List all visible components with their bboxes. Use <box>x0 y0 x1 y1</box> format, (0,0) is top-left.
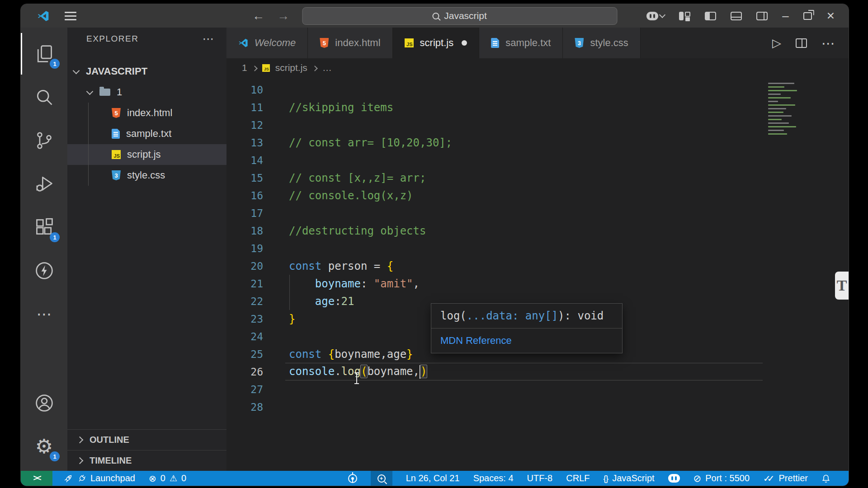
modified-dot-icon[interactable] <box>462 40 467 46</box>
activity-search[interactable] <box>21 75 67 119</box>
launchpad-item[interactable]: Launchpad <box>63 473 135 483</box>
tab-label: index.html <box>335 37 380 49</box>
split-editor-icon[interactable] <box>796 38 807 48</box>
tree-item-script.js[interactable]: JSscript.js <box>67 144 226 165</box>
tab-index.html[interactable]: 5index.html <box>308 28 392 58</box>
prettier-item[interactable]: Prettier <box>763 473 808 484</box>
code-line-20[interactable]: 20const person = { <box>226 257 849 275</box>
timeline-section[interactable]: TIMELINE <box>67 450 226 471</box>
code-line-10[interactable]: 10 <box>226 81 849 99</box>
command-center-search[interactable]: Javascript <box>302 7 617 25</box>
tab-label: script.js <box>420 37 454 49</box>
activity-extensions[interactable]: 1 <box>21 206 67 249</box>
line-number: 16 <box>226 190 263 202</box>
minimap-line <box>768 115 792 117</box>
activity-run-debug[interactable] <box>21 162 67 206</box>
code-line-19[interactable]: 19 <box>226 239 849 257</box>
live-server-port[interactable]: Port : 5500 <box>693 473 750 483</box>
copilot-status-icon[interactable] <box>668 474 680 483</box>
run-button[interactable] <box>772 36 781 50</box>
minimize-button[interactable] <box>782 10 788 22</box>
activity-thunder-client[interactable] <box>21 249 67 292</box>
activity-more[interactable] <box>21 292 67 336</box>
outline-section[interactable]: OUTLINE <box>67 429 226 450</box>
line-content: // const arr= [10,20,30]; <box>263 136 452 149</box>
code-line-14[interactable]: 14 <box>226 151 849 169</box>
sidebar-more-icon[interactable] <box>203 32 215 46</box>
tab-sample.txt[interactable]: sample.txt <box>479 28 563 58</box>
minimap[interactable] <box>768 83 810 137</box>
indentation[interactable]: Spaces: 4 <box>473 473 514 483</box>
js-file-icon: JS <box>405 38 414 47</box>
scrollbar-artifact: T <box>835 272 849 300</box>
tab-label: sample.txt <box>505 37 551 49</box>
code-line-18[interactable]: 18//destructing objects <box>226 222 849 239</box>
code-line-13[interactable]: 13// const arr= [10,20,30]; <box>226 134 849 151</box>
code-line-17[interactable]: 17 <box>226 204 849 222</box>
activity-explorer[interactable]: 1 <box>21 32 67 75</box>
toggle-secondary-sidebar-icon[interactable] <box>756 12 768 20</box>
code-line-21[interactable]: 21 boyname: "amit", <box>226 275 849 292</box>
editor-more-icon[interactable] <box>821 35 835 51</box>
sidebar-title: EXPLORER <box>86 34 138 44</box>
language-label: JavaScript <box>612 473 654 483</box>
settings-badge: 1 <box>50 451 60 461</box>
problems-item[interactable]: 0 0 <box>149 473 186 483</box>
encoding[interactable]: UTF-8 <box>527 473 553 483</box>
double-check-icon <box>763 473 775 484</box>
mdn-reference-link[interactable]: MDN Reference <box>431 328 622 353</box>
toggle-sidebar-icon[interactable] <box>705 12 716 20</box>
minimap-line <box>768 104 795 106</box>
restore-button[interactable] <box>803 12 812 20</box>
tree-item-JAVASCRIPT[interactable]: JAVASCRIPT <box>67 61 226 82</box>
tree-item-label: style.css <box>127 169 165 181</box>
eol-sequence[interactable]: CRLF <box>566 473 590 483</box>
port-icon <box>693 474 702 483</box>
tab-Welcome[interactable]: Welcome <box>226 28 308 58</box>
warnings-count: 0 <box>181 473 186 483</box>
breadcrumb: 1 JS script.js … <box>226 58 849 77</box>
code-line-26[interactable]: 26console.log(boyname,) <box>226 363 849 380</box>
cursor-position[interactable]: Ln 26, Col 21 <box>406 473 460 483</box>
notifications-bell-icon[interactable] <box>821 474 830 483</box>
forward-arrow-icon[interactable]: → <box>277 10 289 22</box>
line-number: 17 <box>226 207 263 219</box>
line-number: 23 <box>226 313 263 325</box>
tree-item-1[interactable]: 1 <box>67 82 226 103</box>
line-content: //skipping items <box>263 101 393 114</box>
code-line-12[interactable]: 12 <box>226 116 849 134</box>
menu-hamburger-icon[interactable] <box>65 15 76 17</box>
back-arrow-icon[interactable]: ← <box>252 10 264 22</box>
remote-indicator[interactable] <box>21 471 52 486</box>
tree-item-sample.txt[interactable]: sample.txt <box>67 123 226 144</box>
screencast-icon[interactable] <box>348 474 357 483</box>
zoom-status-item[interactable] <box>371 471 392 486</box>
minimap-line <box>768 130 784 131</box>
code-line-11[interactable]: 11//skipping items <box>226 99 849 116</box>
close-button[interactable] <box>826 11 835 21</box>
tab-script.js[interactable]: JSscript.js <box>393 28 480 58</box>
code-editor[interactable]: 1011//skipping items1213// const arr= [1… <box>226 77 849 471</box>
breadcrumb-folder[interactable]: 1 <box>242 62 247 73</box>
code-line-15[interactable]: 15// const [x,,z]= arr; <box>226 169 849 187</box>
breadcrumb-more[interactable]: … <box>322 62 332 73</box>
tree-item-style.css[interactable]: 3style.css <box>67 165 226 186</box>
line-content: boyname: "amit", <box>263 277 420 290</box>
activity-bar: 1 1 ⚙ 1 <box>21 28 67 471</box>
tab-style.css[interactable]: 3style.css <box>563 28 640 58</box>
toggle-panel-icon[interactable] <box>731 12 742 20</box>
tree-item-index.html[interactable]: 5index.html <box>67 103 226 123</box>
chevron-right-icon <box>76 457 84 465</box>
line-content: const person = { <box>263 260 393 272</box>
code-line-28[interactable]: 28 <box>226 398 849 416</box>
minimap-line <box>768 108 786 109</box>
code-line-27[interactable]: 27 <box>226 380 849 398</box>
code-line-16[interactable]: 16// console.log(x,z) <box>226 187 849 204</box>
copilot-menu[interactable] <box>646 12 665 20</box>
customize-layout-icon[interactable] <box>679 12 690 20</box>
activity-account[interactable] <box>21 381 67 425</box>
activity-source-control[interactable] <box>21 119 67 162</box>
activity-settings[interactable]: ⚙ 1 <box>21 425 67 468</box>
breadcrumb-file[interactable]: script.js <box>275 62 307 73</box>
language-mode[interactable]: JavaScript <box>603 473 654 483</box>
